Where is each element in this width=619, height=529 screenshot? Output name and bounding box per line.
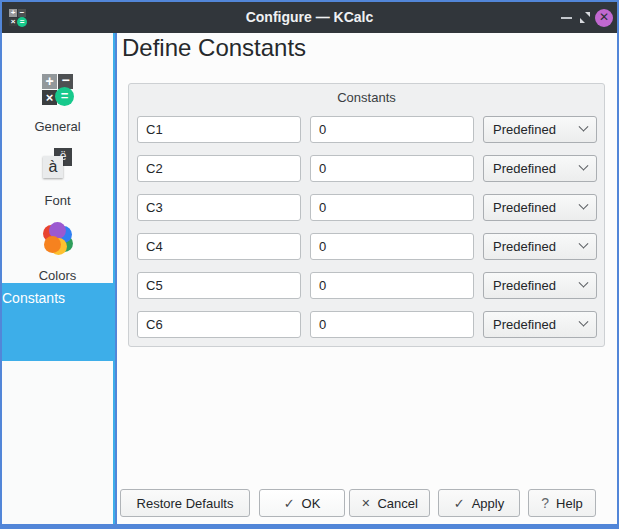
button-label: Apply	[472, 496, 505, 511]
constant-type-dropdown-c6[interactable]: Predefined	[483, 311, 597, 338]
question-mark-icon: ?	[541, 495, 549, 511]
colors-pinwheel-icon	[41, 222, 75, 256]
help-button[interactable]: ? Help	[528, 489, 596, 517]
constant-value-input-c1[interactable]	[310, 116, 474, 143]
chevron-down-icon	[579, 239, 589, 249]
sidebar-item-constants[interactable]: Constants	[2, 283, 113, 361]
sidebar-item-label: General	[2, 119, 113, 134]
close-icon: ✕	[599, 10, 609, 24]
constant-name-input-c1[interactable]	[137, 116, 301, 143]
constant-type-dropdown-c5[interactable]: Predefined	[483, 272, 597, 299]
groupbox-title: Constants	[129, 90, 604, 105]
constants-groupbox: Constants Predefined Predefined Predefin…	[128, 83, 605, 347]
chevron-down-icon	[579, 278, 589, 288]
chevron-down-icon	[579, 317, 589, 327]
sidebar-item-font[interactable]: ë à Font	[2, 145, 113, 211]
restore-button[interactable]	[576, 8, 594, 27]
constant-type-dropdown-c2[interactable]: Predefined	[483, 155, 597, 182]
font-icon: ë à	[41, 147, 75, 181]
dropdown-selected-value: Predefined	[493, 200, 556, 215]
dropdown-selected-value: Predefined	[493, 161, 556, 176]
chevron-down-icon	[579, 122, 589, 132]
constant-value-input-c6[interactable]	[310, 311, 474, 338]
constant-name-input-c4[interactable]	[137, 233, 301, 260]
constant-name-input-c6[interactable]	[137, 311, 301, 338]
titlebar[interactable]: + − × = Configure — KCalc ✕	[2, 2, 617, 33]
constant-name-input-c3[interactable]	[137, 194, 301, 221]
sidebar-item-general[interactable]: + − × = General	[2, 71, 113, 137]
cross-icon: ✕	[361, 497, 370, 510]
settings-category-sidebar: + − × = General ë à Font Colors	[2, 33, 115, 524]
button-label: Restore Defaults	[137, 496, 234, 511]
configure-dialog-window: + − × = Configure — KCalc ✕ + − × =	[0, 0, 619, 529]
constant-type-dropdown-c3[interactable]: Predefined	[483, 194, 597, 221]
button-label: Help	[556, 496, 583, 511]
constant-value-input-c3[interactable]	[310, 194, 474, 221]
restore-icon	[576, 8, 594, 27]
constant-name-input-c2[interactable]	[137, 155, 301, 182]
constant-type-dropdown-c1[interactable]: Predefined	[483, 116, 597, 143]
cancel-button[interactable]: ✕ Cancel	[349, 489, 430, 517]
sidebar-item-label: Font	[2, 193, 113, 208]
minimize-button[interactable]	[558, 8, 576, 27]
constant-name-input-c5[interactable]	[137, 272, 301, 299]
chevron-down-icon	[579, 161, 589, 171]
chevron-down-icon	[579, 200, 589, 210]
apply-button[interactable]: ✓ Apply	[438, 489, 520, 517]
constant-value-input-c2[interactable]	[310, 155, 474, 182]
check-icon: ✓	[454, 496, 465, 511]
constants-settings-panel: Define Constants Constants Predefined Pr…	[117, 33, 617, 524]
sidebar-item-label: Colors	[2, 268, 113, 283]
constant-type-dropdown-c4[interactable]: Predefined	[483, 233, 597, 260]
check-icon: ✓	[284, 496, 295, 511]
constant-value-input-c4[interactable]	[310, 233, 474, 260]
dropdown-selected-value: Predefined	[493, 122, 556, 137]
ok-button[interactable]: ✓ OK	[259, 489, 345, 517]
page-title: Define Constants	[122, 34, 306, 62]
dropdown-selected-value: Predefined	[493, 278, 556, 293]
button-label: OK	[302, 496, 321, 511]
sidebar-item-label: Constants	[2, 290, 113, 306]
window-title: Configure — KCalc	[2, 2, 617, 33]
general-calculator-icon: + − × =	[41, 73, 75, 107]
font-icon-front-letter: à	[43, 156, 63, 178]
dropdown-selected-value: Predefined	[493, 317, 556, 332]
close-button[interactable]: ✕	[595, 9, 613, 27]
restore-defaults-button[interactable]: Restore Defaults	[120, 489, 250, 517]
calc-equals-quadrant: =	[55, 87, 74, 106]
calc-plus-quadrant: +	[42, 74, 57, 89]
button-label: Cancel	[377, 496, 417, 511]
constant-value-input-c5[interactable]	[310, 272, 474, 299]
minimize-icon	[561, 17, 572, 19]
dropdown-selected-value: Predefined	[493, 239, 556, 254]
sidebar-item-colors[interactable]: Colors	[2, 220, 113, 286]
